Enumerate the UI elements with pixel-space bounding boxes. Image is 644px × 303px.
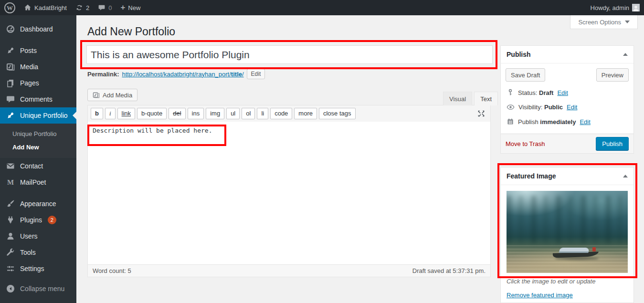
pushpin-icon xyxy=(6,46,15,55)
misty-trees-art xyxy=(507,196,628,243)
permalink-edit-button[interactable]: Edit xyxy=(247,69,265,79)
media-icon xyxy=(93,92,100,99)
edit-visibility-link[interactable]: Edit xyxy=(567,104,577,111)
new-label: New xyxy=(128,4,140,11)
howdy-label: Howdy, admin xyxy=(591,4,629,11)
wordpress-logo-button[interactable]: W xyxy=(0,0,20,15)
collapse-arrow-icon xyxy=(6,284,15,293)
admin-bar: W KadatBright 2 0 + New Howdy, admin xyxy=(0,0,644,15)
home-icon xyxy=(24,4,32,11)
sidebar-item-unique-portfolio[interactable]: Unique Portfolio xyxy=(0,107,76,124)
sidebar-item-contact[interactable]: Contact xyxy=(0,158,76,174)
tab-visual[interactable]: Visual xyxy=(443,92,472,105)
comment-bubble-icon xyxy=(98,4,106,11)
dashboard-icon xyxy=(6,24,15,34)
avatar xyxy=(632,4,640,11)
permalink-label: Permalink: xyxy=(87,71,119,78)
quicktag-more-button[interactable]: more xyxy=(294,108,317,119)
updates-link[interactable]: 2 xyxy=(71,0,94,15)
update-icon xyxy=(75,4,83,11)
comments-link[interactable]: 0 xyxy=(94,0,116,15)
sliders-icon xyxy=(6,264,15,273)
sidebar-item-posts[interactable]: Posts xyxy=(0,42,76,59)
sidebar-item-tools[interactable]: Tools xyxy=(0,244,76,261)
portfolio-submenu: Unique Portfolio Add New xyxy=(0,124,76,158)
quicktags-toolbar: b i link b-quote del ins img ul ol li co… xyxy=(88,105,490,122)
wrench-icon xyxy=(6,248,15,257)
sidebar-item-users[interactable]: Users xyxy=(0,228,76,244)
quicktag-bquote-button[interactable]: b-quote xyxy=(137,108,167,119)
collapse-panel-icon xyxy=(623,53,628,56)
sidebar-item-mailpoet[interactable]: M MailPoet xyxy=(0,174,76,190)
boat-art xyxy=(553,248,599,258)
eye-icon xyxy=(507,103,515,111)
edit-status-link[interactable]: Edit xyxy=(557,89,568,96)
quicktag-italic-button[interactable]: i xyxy=(105,108,116,119)
content-editor: b i link b-quote del ins img ul ol li co… xyxy=(87,105,491,277)
quicktag-link-button[interactable]: link xyxy=(117,108,136,119)
featured-image-caption: Click the image to edit or update xyxy=(507,278,628,285)
comment-count: 0 xyxy=(108,4,112,11)
key-icon xyxy=(507,89,514,96)
fullscreen-icon[interactable] xyxy=(477,109,486,118)
sidebar-item-pages[interactable]: Pages xyxy=(0,75,76,91)
permalink-url[interactable]: http://localhost/kadatbright/rayhan_port… xyxy=(122,71,243,78)
add-media-button[interactable]: Add Media xyxy=(87,89,137,101)
screen-options-tab[interactable]: Screen Options xyxy=(570,15,638,29)
edit-schedule-link[interactable]: Edit xyxy=(580,118,590,125)
my-account-link[interactable]: Howdy, admin xyxy=(586,0,644,15)
brush-icon xyxy=(6,199,15,209)
permalink-row: Permalink: http://localhost/kadatbright/… xyxy=(87,69,265,79)
submenu-unique-portfolio[interactable]: Unique Portfolio xyxy=(0,127,76,140)
comments-icon xyxy=(6,94,15,104)
editor-status-bar: Word count: 5 Draft saved at 5:37:31 pm. xyxy=(88,264,490,277)
collapse-panel-icon xyxy=(623,175,628,178)
tab-text[interactable]: Text xyxy=(474,92,498,105)
sidebar-item-appearance[interactable]: Appearance xyxy=(0,196,76,212)
collapse-menu-button[interactable]: Collapse menu xyxy=(0,281,76,297)
publish-button[interactable]: Publish xyxy=(596,137,629,150)
publish-panel-header[interactable]: Publish xyxy=(501,46,633,63)
quicktag-img-button[interactable]: img xyxy=(206,108,224,119)
post-title-input[interactable] xyxy=(86,45,493,64)
update-count: 2 xyxy=(86,4,89,11)
plugins-update-badge: 2 xyxy=(48,216,56,224)
site-name-link[interactable]: KadatBright xyxy=(20,0,71,15)
remove-featured-image-link[interactable]: Remove featured image xyxy=(507,292,573,299)
plus-icon: + xyxy=(120,3,125,11)
site-name-label: KadatBright xyxy=(34,4,67,11)
preview-button[interactable]: Preview xyxy=(596,68,629,82)
word-count: Word count: 5 xyxy=(93,267,131,274)
publish-panel-title: Publish xyxy=(507,51,531,58)
wordpress-logo-icon: W xyxy=(4,2,15,13)
quicktag-ins-button[interactable]: ins xyxy=(188,108,204,119)
save-draft-button[interactable]: Save Draft xyxy=(506,68,545,82)
featured-image-thumbnail[interactable] xyxy=(507,191,628,273)
quicktag-bold-button[interactable]: b xyxy=(91,108,103,119)
user-icon xyxy=(6,231,15,241)
sidebar-item-plugins[interactable]: Plugins 2 xyxy=(0,212,76,228)
submenu-add-new[interactable]: Add New xyxy=(0,140,76,154)
pages-icon xyxy=(6,78,15,88)
mailpoet-icon: M xyxy=(6,178,15,187)
quicktag-ol-button[interactable]: ol xyxy=(242,108,255,119)
post-content-textarea[interactable]: Description will be placed here. xyxy=(88,122,490,264)
quicktag-del-button[interactable]: del xyxy=(169,108,185,119)
sidebar-item-dashboard[interactable]: Dashboard xyxy=(0,21,76,37)
sidebar-item-media[interactable]: Media xyxy=(0,59,76,75)
status-row: Status: Draft Edit xyxy=(506,85,629,100)
quicktag-closetags-button[interactable]: close tags xyxy=(319,108,356,119)
calendar-icon xyxy=(507,118,514,125)
schedule-row: Publish immediately Edit xyxy=(506,115,629,129)
sidebar-item-settings[interactable]: Settings xyxy=(0,261,76,277)
new-content-link[interactable]: + New xyxy=(116,0,145,15)
sidebar-item-comments[interactable]: Comments xyxy=(0,91,76,107)
quicktag-code-button[interactable]: code xyxy=(270,108,292,119)
move-to-trash-link[interactable]: Move to Trash xyxy=(506,140,545,147)
featured-image-panel: Featured Image Click the image to edit o… xyxy=(500,167,634,303)
visibility-row: Visibility: Public Edit xyxy=(506,100,629,115)
quicktag-li-button[interactable]: li xyxy=(257,108,268,119)
quicktag-ul-button[interactable]: ul xyxy=(226,108,240,119)
featured-image-header[interactable]: Featured Image xyxy=(501,167,633,185)
publish-panel: Publish Save Draft Preview Status: Draft… xyxy=(500,45,634,154)
